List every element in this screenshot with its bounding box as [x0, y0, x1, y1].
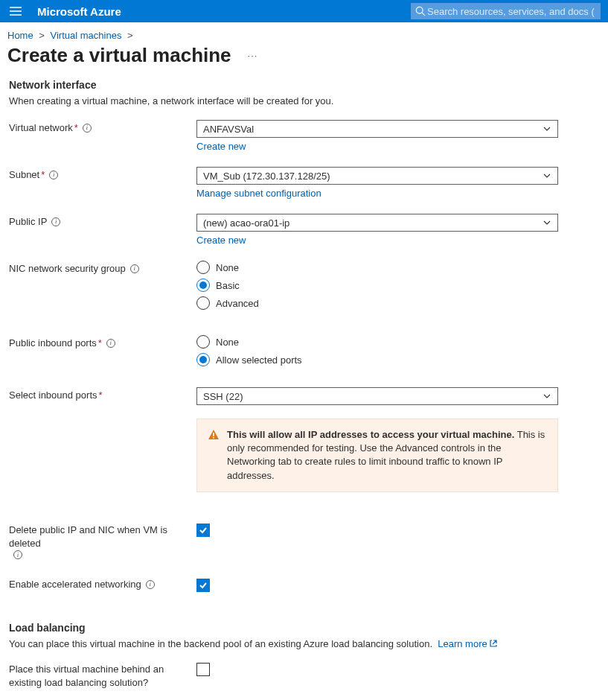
required-indicator: *	[74, 122, 78, 133]
chevron-down-icon	[543, 171, 551, 180]
info-icon[interactable]	[51, 217, 60, 226]
search-icon	[415, 6, 426, 16]
virtual-network-select[interactable]: ANFAVSVal	[196, 120, 558, 138]
inbound-ports-warning: This will allow all IP addresses to acce…	[196, 419, 558, 492]
nsg-radio-basic[interactable]: Basic	[196, 279, 558, 292]
manage-subnet-link[interactable]: Manage subnet configuration	[196, 188, 321, 199]
inbound-radio-allow[interactable]: Allow selected ports	[196, 353, 558, 366]
checkmark-icon	[199, 526, 208, 535]
topbar: Microsoft Azure	[0, 0, 608, 22]
chevron-right-icon: >	[127, 30, 133, 41]
inbound-radio-none[interactable]: None	[196, 335, 558, 349]
svg-rect-6	[213, 437, 214, 439]
select-inbound-ports-value: SSH (22)	[203, 391, 243, 402]
label-select-inbound-ports: Select inbound ports	[9, 389, 97, 401]
subnet-value: VM_Sub (172.30.137.128/25)	[203, 171, 330, 182]
public-ip-select[interactable]: (new) acao-ora01-ip	[196, 214, 558, 232]
label-public-ip: Public IP	[9, 216, 47, 227]
label-subnet: Subnet	[9, 169, 39, 180]
public-ip-value: (new) acao-ora01-ip	[203, 217, 289, 229]
page-title: Create a virtual machine	[7, 44, 231, 67]
required-indicator: *	[98, 337, 102, 349]
info-icon[interactable]	[106, 339, 115, 348]
external-link-icon	[489, 639, 498, 648]
learn-more-text: Learn more	[438, 638, 487, 649]
inbound-option-none-label: None	[216, 337, 239, 348]
global-search-input[interactable]	[426, 5, 596, 18]
hamburger-menu-icon[interactable]	[7, 0, 24, 22]
svg-rect-5	[213, 433, 214, 436]
info-icon[interactable]	[83, 124, 92, 133]
create-new-public-ip-link[interactable]: Create new	[196, 235, 246, 246]
radio-icon	[196, 353, 210, 366]
breadcrumb-virtual-machines[interactable]: Virtual machines	[51, 30, 122, 41]
chevron-down-icon	[543, 218, 551, 227]
place-behind-lb-checkbox[interactable]	[196, 663, 210, 676]
delete-public-ip-checkbox[interactable]	[196, 524, 210, 537]
more-actions-button[interactable]: ···	[248, 50, 258, 61]
breadcrumb-home[interactable]: Home	[7, 30, 33, 41]
select-inbound-ports-select[interactable]: SSH (22)	[196, 387, 558, 405]
label-place-behind-lb: Place this virtual machine behind an exi…	[9, 663, 196, 690]
brand-label[interactable]: Microsoft Azure	[37, 5, 121, 18]
svg-point-3	[416, 7, 423, 13]
info-icon[interactable]	[13, 550, 22, 559]
inbound-option-allow-label: Allow selected ports	[216, 354, 302, 366]
learn-more-link[interactable]: Learn more	[438, 638, 497, 649]
virtual-network-value: ANFAVSVal	[203, 124, 254, 135]
page-title-row: Create a virtual machine ···	[0, 41, 608, 79]
label-virtual-network: Virtual network	[9, 122, 73, 133]
info-icon[interactable]	[49, 171, 58, 179]
required-indicator: *	[99, 389, 103, 401]
global-search[interactable]	[411, 3, 601, 19]
breadcrumb: Home > Virtual machines >	[0, 22, 608, 41]
label-nsg: NIC network security group	[9, 263, 126, 274]
nsg-option-advanced-label: Advanced	[216, 298, 259, 309]
radio-icon	[196, 335, 210, 349]
label-accelerated-networking: Enable accelerated networking	[9, 579, 141, 590]
radio-icon	[196, 296, 210, 310]
nsg-radio-advanced[interactable]: Advanced	[196, 296, 558, 310]
label-delete-public-ip: Delete public IP and NIC when VM is dele…	[9, 524, 196, 550]
chevron-right-icon: >	[39, 30, 45, 41]
label-public-inbound-ports: Public inbound ports	[9, 337, 97, 349]
chevron-down-icon	[543, 392, 551, 401]
create-new-vnet-link[interactable]: Create new	[196, 141, 246, 152]
section-title-network-interface: Network interface	[9, 79, 599, 91]
section-title-load-balancing: Load balancing	[9, 622, 599, 634]
section-desc-network-interface: When creating a virtual machine, a netwo…	[9, 95, 599, 106]
nsg-radio-none[interactable]: None	[196, 261, 558, 274]
info-icon[interactable]	[130, 264, 139, 273]
nsg-option-basic-label: Basic	[216, 280, 240, 291]
info-icon[interactable]	[146, 580, 155, 589]
chevron-down-icon	[543, 124, 551, 133]
radio-icon	[196, 261, 210, 274]
accelerated-networking-checkbox[interactable]	[196, 579, 210, 592]
svg-line-4	[422, 13, 425, 16]
load-balancing-desc-text: You can place this virtual machine in th…	[9, 638, 432, 649]
checkmark-icon	[199, 581, 208, 590]
warning-icon	[208, 429, 220, 441]
section-desc-load-balancing: You can place this virtual machine in th…	[9, 638, 599, 649]
required-indicator: *	[41, 169, 45, 180]
radio-icon	[196, 279, 210, 292]
warning-bold-text: This will allow all IP addresses to acce…	[227, 429, 514, 440]
warning-text: This will allow all IP addresses to acce…	[227, 428, 547, 483]
subnet-select[interactable]: VM_Sub (172.30.137.128/25)	[196, 167, 558, 185]
nsg-option-none-label: None	[216, 262, 239, 273]
